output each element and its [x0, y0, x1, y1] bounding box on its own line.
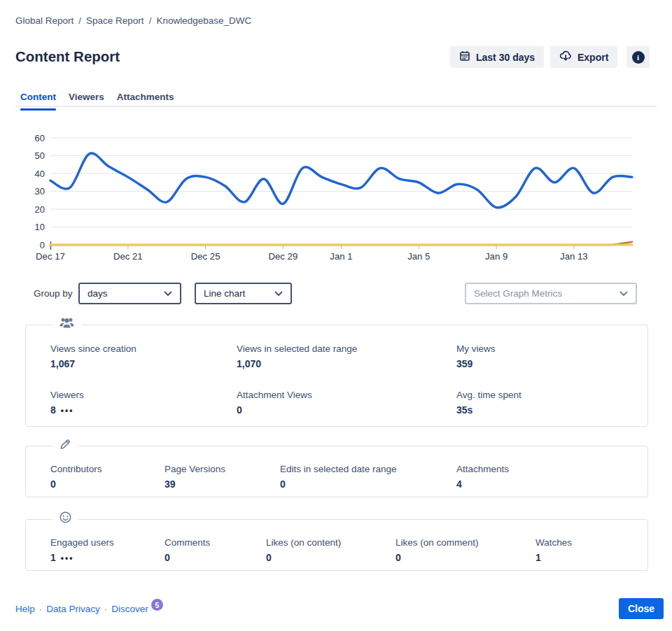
stat-views-in-selected-date-range: Views in selected date range1,070: [237, 343, 456, 369]
breadcrumb-separator: /: [149, 15, 152, 26]
chevron-down-icon: [164, 288, 172, 299]
stat-label: Views in selected date range: [237, 343, 456, 354]
chart-type-select[interactable]: Line chart: [195, 283, 292, 304]
stat-value: 39: [164, 478, 176, 490]
tab-attachments[interactable]: Attachments: [117, 92, 174, 106]
help-link[interactable]: Help: [15, 604, 35, 614]
stat-label: Comments: [164, 537, 266, 548]
viewers-more-button[interactable]: •••: [61, 406, 74, 416]
group-by-select[interactable]: days: [78, 283, 181, 304]
stat-label: My views: [456, 343, 636, 354]
stat-edits-in-selected-date-range: Edits in selected date range0: [280, 464, 456, 490]
graph-metrics-placeholder: Select Graph Metrics: [474, 288, 562, 299]
svg-text:30: 30: [35, 186, 45, 197]
stat-views-since-creation: Views since creation1,067: [50, 343, 237, 369]
discover-link[interactable]: Discover: [111, 604, 148, 614]
stat-value: 1,067: [50, 358, 75, 369]
stat-label: Attachments: [456, 464, 636, 474]
tab-viewers[interactable]: Viewers: [69, 92, 104, 106]
content-views-chart: 0102030405060Dec 17Dec 21Dec 25Dec 29Jan…: [0, 129, 672, 269]
stat-viewers: Viewers8•••: [50, 390, 237, 416]
stat-value: 0: [164, 552, 170, 563]
stat-label: Likes (on content): [266, 537, 396, 548]
stat-card-views: Views since creation1,067Views in select…: [25, 325, 648, 427]
stat-likes-on-content: Likes (on content)0: [266, 537, 396, 563]
content-report-page: Global Report/Space Report/Knowledgebase…: [0, 0, 672, 631]
stat-value: 0: [266, 552, 272, 563]
discover-badge[interactable]: 5: [151, 599, 163, 611]
breadcrumb-item-global-report[interactable]: Global Report: [15, 15, 74, 26]
breadcrumb: Global Report/Space Report/Knowledgebase…: [15, 15, 251, 26]
stat-label: Likes (on comment): [396, 537, 536, 548]
svg-text:40: 40: [35, 169, 45, 179]
svg-text:Dec 21: Dec 21: [113, 251, 143, 262]
stat-value: 0: [280, 478, 286, 490]
stat-attachments: Attachments4: [456, 464, 636, 490]
stat-label: Engaged users: [50, 537, 164, 548]
calendar-icon: [459, 50, 470, 64]
date-range-button[interactable]: Last 30 days: [450, 46, 544, 68]
stat-label: Watches: [536, 537, 636, 548]
stat-label: Attachment Views: [237, 390, 456, 400]
close-button[interactable]: Close: [619, 598, 664, 619]
breadcrumb-item-knowledgebase-dwc[interactable]: Knowledgebase_DWC: [156, 15, 251, 26]
svg-text:Jan 13: Jan 13: [560, 251, 588, 262]
stat-my-views: My views359: [456, 343, 636, 369]
footer-links: Help·Data Privacy·Discover5: [15, 603, 163, 615]
page-title: Content Report: [15, 48, 120, 65]
tabs-divider: [15, 106, 657, 107]
stat-value: 1,070: [237, 358, 261, 369]
stat-page-versions: Page Versions39: [164, 464, 280, 490]
stat-value: 0: [50, 478, 56, 490]
stat-avg-time-spent: Avg. time spent35s: [456, 390, 636, 416]
stat-label: Avg. time spent: [456, 390, 636, 400]
stat-engaged-users: Engaged users1•••: [50, 537, 164, 563]
engaged-users-more-button[interactable]: •••: [61, 553, 74, 563]
stat-value: 35s: [456, 404, 472, 416]
svg-text:Jan 1: Jan 1: [330, 251, 352, 262]
tab-content[interactable]: Content: [20, 92, 56, 106]
stat-value: 8: [50, 404, 56, 416]
svg-text:20: 20: [35, 204, 45, 215]
smiley-icon: [52, 511, 78, 524]
chart-type-value: Line chart: [204, 288, 245, 299]
footer-separator: ·: [104, 604, 108, 614]
people-icon: [52, 316, 81, 329]
stat-value: 1: [536, 552, 541, 563]
stat-value: 0: [396, 552, 401, 563]
svg-text:Jan 5: Jan 5: [407, 251, 430, 262]
pencil-icon: [52, 437, 78, 451]
svg-text:Dec 25: Dec 25: [191, 251, 220, 262]
stat-comments: Comments0: [164, 537, 266, 563]
svg-text:Jan 9: Jan 9: [485, 251, 507, 262]
svg-text:50: 50: [35, 150, 45, 161]
data-privacy-link[interactable]: Data Privacy: [46, 604, 100, 614]
stat-value: 359: [456, 358, 472, 369]
stat-label: Views since creation: [50, 343, 237, 354]
stat-label: Edits in selected date range: [280, 464, 456, 474]
export-label: Export: [578, 52, 608, 63]
stat-value: 4: [456, 478, 462, 490]
breadcrumb-separator: /: [78, 15, 81, 26]
graph-metrics-select[interactable]: Select Graph Metrics: [465, 283, 637, 304]
export-button[interactable]: Export: [550, 46, 617, 68]
stat-card-engagement: Engaged users1•••Comments0Likes (on cont…: [25, 519, 648, 571]
cloud-download-icon: [559, 50, 572, 64]
info-button[interactable]: i: [626, 46, 650, 68]
stat-card-edits: Contributors0Page Versions39Edits in sel…: [25, 446, 648, 497]
chevron-down-icon: [620, 288, 628, 299]
stat-label: Page Versions: [164, 464, 280, 474]
footer-separator: ·: [39, 604, 43, 614]
stat-watches: Watches1: [536, 537, 636, 563]
info-icon: i: [632, 51, 645, 64]
stat-likes-on-comment: Likes (on comment)0: [396, 537, 536, 563]
svg-text:0: 0: [40, 240, 45, 250]
stat-label: Viewers: [50, 390, 237, 400]
breadcrumb-item-space-report[interactable]: Space Report: [86, 15, 144, 26]
stat-value: 1: [50, 552, 56, 563]
stat-attachment-views: Attachment Views0: [237, 390, 456, 416]
chevron-down-icon: [274, 288, 283, 299]
group-by-value: days: [88, 288, 108, 299]
stat-contributors: Contributors0: [50, 464, 164, 490]
stat-label: Contributors: [50, 464, 164, 474]
